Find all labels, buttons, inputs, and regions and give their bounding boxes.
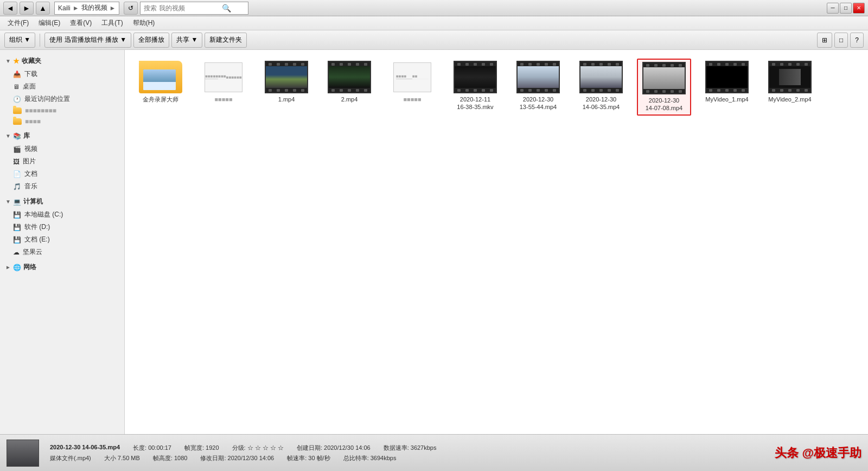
file-name-doc2: ■■■■■ — [403, 96, 421, 103]
drive-c-icon: 💾 — [13, 211, 21, 219]
search-input[interactable] — [144, 4, 220, 12]
toolbar-right: ⊞ □ ? — [817, 33, 864, 48]
sidebar-network-header[interactable]: ► 🌐 网络 — [0, 260, 124, 274]
menu-help[interactable]: 帮助(H) — [129, 17, 159, 29]
sidebar-item-drive-e[interactable]: 💾 文档 (E:) — [0, 233, 124, 246]
menu-view[interactable]: 查看(V) — [66, 17, 96, 29]
sidebar-hidden1-label: ■■■■■■■■ — [25, 107, 56, 114]
file-name-mp4-1355: 2020-12-3013-55-44.mp4 — [520, 96, 557, 111]
file-thumb-2mp4 — [328, 61, 371, 93]
video-thumbnail-2mp4 — [328, 61, 371, 93]
folder-icon-hidden2 — [13, 118, 22, 125]
close-button[interactable]: ✕ — [853, 3, 865, 14]
thunder-play-button[interactable]: 使用 迅雷播放组件 播放 ▼ — [44, 33, 131, 48]
sidebar-item-videos[interactable]: 🎬 视频 — [0, 143, 124, 155]
view-icon-button[interactable]: ⊞ — [817, 33, 832, 48]
sidebar-favorites-label: 收藏夹 — [22, 56, 41, 66]
minimize-button[interactable]: ─ — [827, 3, 839, 14]
file-item-mp4-1406[interactable]: 2020-12-3014-06-35.mp4 — [574, 59, 628, 116]
sidebar-drive-c-label: 本地磁盘 (C:) — [24, 210, 63, 219]
status-row-2: 媒体文件(.mp4) 大小 7.50 MB 帧高度: 1080 修改日期: 20… — [50, 454, 764, 462]
file-item-doc2[interactable]: ■■■■ ■■ ■■■■■ — [385, 59, 439, 116]
sidebar-item-pictures[interactable]: 🖼 图片 — [0, 155, 124, 168]
sidebar-item-music[interactable]: 🎵 音乐 — [0, 180, 124, 193]
sidebar-item-hidden2[interactable]: ■■■■ — [0, 116, 124, 127]
status-totalbitrate: 总比特率: 3694kbps — [343, 454, 397, 462]
title-bar-left: ◄ ► ▲ Kaili ► 我的视频 ► ↺ 🔍 — [3, 2, 248, 15]
sidebar-computer-header[interactable]: ▼ 💻 计算机 — [0, 195, 124, 208]
file-item-myvideo2[interactable]: MyVideo_2.mp4 — [763, 59, 817, 116]
sidebar-item-drive-d[interactable]: 💾 软件 (D:) — [0, 221, 124, 233]
sidebar-hidden2-label: ■■■■ — [25, 118, 41, 125]
network-icon: 🌐 — [13, 264, 21, 271]
search-box[interactable]: 🔍 — [140, 2, 248, 15]
file-name-2mp4: 2.mp4 — [341, 96, 358, 103]
menu-edit[interactable]: 编辑(E) — [34, 17, 65, 29]
forward-button[interactable]: ► — [20, 2, 34, 15]
refresh-button[interactable]: ↺ — [124, 2, 138, 15]
address-bar[interactable]: Kaili ► 我的视频 ► — [54, 2, 119, 15]
file-item-doc1[interactable]: ■■■■■ ■■■ ■■■■■■ ■■■■■ — [196, 59, 251, 116]
breadcrumb-root[interactable]: Kaili — [58, 4, 71, 12]
new-folder-button[interactable]: 新建文件夹 — [205, 33, 247, 48]
status-created: 创建日期: 2020/12/30 14:06 — [297, 444, 371, 452]
status-filetype: 媒体文件(.mp4) — [50, 454, 91, 462]
file-item-folder-jinzhou[interactable]: 金舟录屏大师 — [133, 59, 188, 116]
up-button[interactable]: ▲ — [36, 2, 50, 15]
menu-file[interactable]: 文件(F) — [3, 17, 33, 29]
favorites-arrow-icon: ▼ — [5, 58, 11, 64]
file-thumb-mp4-1406 — [579, 61, 623, 93]
sidebar-item-documents[interactable]: 📄 文档 — [0, 168, 124, 180]
file-item-mp4-1407[interactable]: 2020-12-3014-07-08.mp4 — [637, 59, 691, 116]
file-item-mp4-1355[interactable]: 2020-12-3013-55-44.mp4 — [511, 59, 565, 116]
file-item-1mp4[interactable]: 1.mp4 — [259, 59, 314, 116]
share-button[interactable]: 共享 ▼ — [171, 33, 202, 48]
toolbar-divider-1 — [40, 34, 40, 47]
title-bar-controls: ─ □ ✕ — [827, 3, 865, 14]
organize-button[interactable]: 组织 ▼ — [4, 33, 35, 48]
video-thumbnail-mp4-1406 — [579, 61, 623, 93]
file-item-myvideo1[interactable]: MyVideo_1.mp4 — [700, 59, 754, 116]
sidebar-network-label: 网络 — [23, 263, 36, 272]
sidebar-computer-label: 计算机 — [23, 197, 43, 206]
sidebar-videos-label: 视频 — [24, 144, 37, 154]
sidebar-item-download[interactable]: 📥 下载 — [0, 68, 124, 80]
content-area[interactable]: 金舟录屏大师 ■■■■■ ■■■ ■■■■■■ ■■■■■ — [125, 50, 868, 434]
sidebar-item-nutstore[interactable]: ☁ 坚果云 — [0, 246, 124, 258]
toolbar: 组织 ▼ 使用 迅雷播放组件 播放 ▼ 全部播放 共享 ▼ 新建文件夹 ⊞ □ … — [0, 30, 868, 50]
sidebar-library-header[interactable]: ▼ 📚 库 — [0, 129, 124, 143]
doc-thumbnail-2: ■■■■ ■■ — [393, 62, 431, 92]
sidebar-pictures-label: 图片 — [23, 157, 36, 166]
computer-icon: 💻 — [13, 198, 21, 206]
breadcrumb-current[interactable]: 我的视频 — [81, 3, 107, 12]
sidebar-section-favorites: ▼ ★ 收藏夹 📥 下载 🖥 桌面 🕐 最近访问的位置 ■■■■■■■■ — [0, 54, 124, 127]
file-item-mkv-1211[interactable]: 2020-12-1116-38-35.mkv — [448, 59, 502, 116]
file-name-myvideo2: MyVideo_2.mp4 — [768, 96, 811, 103]
sidebar-item-recent[interactable]: 🕐 最近访问的位置 — [0, 93, 124, 105]
network-arrow-icon: ► — [5, 264, 11, 270]
download-folder-icon: 📥 — [13, 71, 21, 78]
menu-tools[interactable]: 工具(T) — [97, 17, 127, 29]
help-button[interactable]: ? — [850, 33, 864, 48]
file-thumb-folder — [139, 61, 182, 93]
file-name-mp4-1406: 2020-12-3014-06-35.mp4 — [583, 96, 620, 111]
files-grid: 金舟录屏大师 ■■■■■ ■■■ ■■■■■■ ■■■■■ — [133, 59, 859, 116]
play-all-button[interactable]: 全部播放 — [133, 33, 169, 48]
video-thumbnail-mkv-1211 — [454, 61, 497, 93]
video-thumbnail-mp4-1407 — [642, 62, 686, 94]
breadcrumb: Kaili ► 我的视频 ► — [58, 3, 116, 12]
sidebar-item-desktop[interactable]: 🖥 桌面 — [0, 80, 124, 93]
sidebar-item-drive-c[interactable]: 💾 本地磁盘 (C:) — [0, 208, 124, 221]
drive-d-icon: 💾 — [13, 224, 21, 231]
status-bar: 2020-12-30 14-06-35.mp4 长度: 00:00:17 帧宽度… — [0, 434, 868, 471]
preview-button[interactable]: □ — [834, 33, 848, 48]
sidebar-item-hidden1[interactable]: ■■■■■■■■ — [0, 105, 124, 116]
back-button[interactable]: ◄ — [3, 2, 17, 15]
breadcrumb-separator-1: ► — [73, 4, 79, 12]
file-item-2mp4[interactable]: 2.mp4 — [322, 59, 376, 116]
file-name-mp4-1407: 2020-12-3014-07-08.mp4 — [646, 97, 683, 112]
sidebar-favorites-header[interactable]: ▼ ★ 收藏夹 — [0, 54, 124, 68]
video-thumbnail-1mp4 — [265, 61, 308, 93]
maximize-button[interactable]: □ — [840, 3, 852, 14]
file-name-myvideo1: MyVideo_1.mp4 — [705, 96, 748, 103]
